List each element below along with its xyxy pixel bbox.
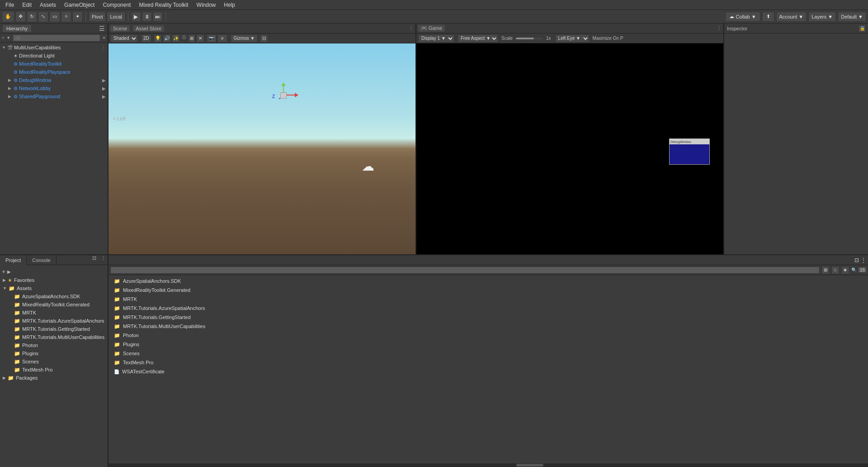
move-tool-btn[interactable]: ✥ (15, 11, 26, 22)
inspector-lock-btn[interactable]: 🔒 (859, 25, 865, 32)
hierarchy-menu-icon[interactable]: ☰ (99, 25, 105, 32)
scale-slider[interactable] (516, 38, 543, 39)
scene-grid-btn[interactable]: ⊞ (188, 34, 195, 43)
asset-row-mrtk[interactable]: 📁 MRTK (112, 295, 864, 303)
tree-item-mrtk[interactable]: ▶ 📁 MRTK (0, 309, 108, 317)
menu-assets[interactable]: Assets (36, 1, 60, 9)
bottom-scrollbar[interactable] (108, 463, 868, 467)
scene-options-icon[interactable]: ⋮ (409, 25, 414, 31)
tree-item-mrtk-azure[interactable]: ▶ 📁 MRTK.Tutorials.AzureSpatialAnchors (0, 317, 108, 325)
2d-toggle[interactable]: 2D (141, 34, 151, 43)
tree-item-scenes[interactable]: ▶ 📁 Scenes (0, 357, 108, 366)
hierarchy-item-sharedplayground[interactable]: ▶ ⚙ SharedPlayground ▶ (0, 92, 108, 100)
local-btn[interactable]: Local (107, 12, 125, 22)
tree-item-mrtgenerated[interactable]: ▶ 📁 MixedRealityToolkit.Generated (0, 300, 108, 309)
scene-camera-btn[interactable]: 📷 (207, 34, 217, 43)
aspect-dropdown[interactable]: Free Aspect ▼ (458, 34, 498, 43)
hierarchy-search-clear[interactable]: ✕ (102, 35, 106, 40)
shading-dropdown[interactable]: Shaded (110, 34, 138, 43)
cloud-button[interactable]: ⬆ (762, 12, 774, 22)
menu-edit[interactable]: Edit (19, 1, 35, 9)
asset-row-plugins[interactable]: 📁 Plugins (112, 340, 864, 348)
account-dropdown[interactable]: Account ▼ (776, 12, 807, 22)
tree-item-plugins[interactable]: ▶ 📁 Plugins (0, 349, 108, 357)
assets-view-btn2[interactable]: ☆ (831, 266, 840, 274)
scene-layers-btn[interactable]: ≡ (217, 34, 227, 43)
add-btn[interactable]: + (2, 268, 5, 275)
assets-view-btn1[interactable]: ⊞ (821, 266, 830, 274)
asset-store-tab[interactable]: Asset Store (133, 25, 164, 32)
transform-tool-btn[interactable]: ✧ (61, 11, 71, 22)
asset-row-mrtk-getting[interactable]: 📁 MRTK.Tutorials.GettingStarted (112, 313, 864, 321)
step-button[interactable]: ⏭ (153, 12, 163, 22)
tree-item-textmesh[interactable]: ▶ 📁 TextMesh Pro (0, 366, 108, 374)
right-expand-icon[interactable]: ⊡ (854, 257, 859, 263)
bottom-panel-menu-icon[interactable]: ⋮ (99, 255, 108, 265)
scene-light-btn[interactable]: 💡 (154, 34, 162, 43)
hierarchy-search-input[interactable] (13, 34, 100, 42)
scale-tool-btn[interactable]: ⤡ (38, 11, 48, 22)
gizmos-btn[interactable]: Gizmos ▼ (231, 34, 258, 43)
asset-row-scenes[interactable]: 📁 Scenes (112, 349, 864, 357)
hierarchy-item-networklobby[interactable]: ▶ ⚙ NetworkLobby ▶ (0, 84, 108, 92)
bottom-panel-expand-btn[interactable]: ⊡ (90, 255, 99, 265)
2d-btn[interactable]: 2D (141, 34, 151, 43)
hand-tool-btn[interactable]: ✋ (2, 11, 14, 22)
scrollbar-thumb[interactable] (516, 464, 543, 467)
assets-view-btn3[interactable]: ★ (841, 266, 849, 274)
menu-help[interactable]: Help (220, 1, 239, 9)
right-menu-icon[interactable]: ⋮ (861, 257, 866, 263)
hierarchy-add-btn[interactable]: + (2, 35, 5, 40)
menu-window[interactable]: Window (193, 1, 220, 9)
tree-item-packages[interactable]: ▶ 📁 Packages (0, 374, 108, 382)
assets-root-item[interactable]: ▼ 📁 Assets (0, 284, 108, 292)
display-dropdown[interactable]: Display 1 ▼ (418, 34, 454, 43)
left-eye-dropdown[interactable]: Left Eye ▼ (555, 34, 590, 43)
asset-row-textmesh[interactable]: 📁 TextMesh Pro (112, 358, 864, 367)
scene-0-btn[interactable]: ⓪ (181, 34, 187, 43)
favorites-item[interactable]: ▶ ★ Favorites (0, 276, 108, 284)
play-button[interactable]: ▶ (131, 12, 141, 22)
console-tab[interactable]: Console (27, 255, 56, 265)
collab-button[interactable]: ☁ Collab ▼ (725, 12, 760, 22)
default-dropdown[interactable]: Default ▼ (838, 12, 866, 22)
menu-mixed-reality[interactable]: Mixed Reality Toolkit (135, 1, 192, 9)
asset-row-wsacert[interactable]: 📄 WSATestCertificate (112, 367, 864, 376)
scene-viewport[interactable]: Z < Left ☁ (108, 43, 415, 254)
collapse-btn[interactable]: ▶ (7, 269, 11, 274)
hierarchy-tab[interactable]: Hierarchy (3, 25, 31, 32)
game-options-icon[interactable]: ⋮ (717, 25, 722, 31)
scene-audio-btn[interactable]: 🔊 (163, 34, 171, 43)
layers-dropdown[interactable]: Layers ▼ (808, 12, 836, 22)
hierarchy-item-mrplayspace[interactable]: ▶ ⚙ MixedRealityPlayspace (0, 68, 108, 76)
project-tab[interactable]: Project (0, 255, 27, 265)
asset-row-photon[interactable]: 📁 Photon (112, 331, 864, 339)
asset-row-azurespatial[interactable]: 📁 AzureSpatialAnchors.SDK (112, 277, 864, 285)
asset-row-mrtgenerated[interactable]: 📁 MixedRealityToolkit.Generated (112, 286, 864, 294)
menu-component[interactable]: Component (99, 1, 134, 9)
tree-item-azurespatialanchors[interactable]: ▶ 📁 AzureSpatialAnchors.SDK (0, 292, 108, 300)
custom-tool-btn[interactable]: ✦ (72, 11, 83, 22)
game-viewport[interactable]: DebugWindow (416, 43, 723, 254)
tree-item-mrtk-multi[interactable]: ▶ 📁 MRTK.Tutorials.MultiUserCapabilities (0, 333, 108, 341)
rect-tool-btn[interactable]: ▭ (49, 11, 60, 22)
menu-gameobject[interactable]: GameObject (61, 1, 98, 9)
root-menu[interactable]: ⋮ (101, 45, 106, 50)
game-tab[interactable]: 🎮 Game (418, 25, 445, 32)
hierarchy-item-debugwindow[interactable]: ▶ ⚙ DebugWindow ▶ (0, 76, 108, 84)
hierarchy-item-mrtoolkit[interactable]: ▶ ⚙ MixedRealityToolkit (0, 60, 108, 68)
asset-row-mrtk-multi[interactable]: 📁 MRTK.Tutorials.MultiUserCapabilities (112, 322, 864, 330)
scene-aspect-btn[interactable]: ⊡ (260, 34, 268, 43)
scene-effects-btn[interactable]: ✨ (172, 34, 180, 43)
pause-button[interactable]: ⏸ (142, 12, 152, 22)
scene-tab[interactable]: Scene (110, 25, 130, 32)
hierarchy-dropdown-icon[interactable]: ▼ (6, 35, 11, 40)
asset-row-mrtk-azure[interactable]: 📁 MRTK.Tutorials.AzureSpatialAnchors (112, 304, 864, 312)
hierarchy-item-directional-light[interactable]: ▶ ☀ Directional Light (0, 52, 108, 60)
rotate-tool-btn[interactable]: ↻ (27, 11, 37, 22)
tree-item-photon[interactable]: ▶ 📁 Photon (0, 341, 108, 349)
hierarchy-root[interactable]: ▼ 🎬 MultiUserCapabilities ⋮ (0, 43, 108, 52)
pivot-btn[interactable]: Pivot (89, 12, 106, 22)
scene-x-btn[interactable]: ✕ (196, 34, 204, 43)
menu-file[interactable]: File (2, 1, 18, 9)
